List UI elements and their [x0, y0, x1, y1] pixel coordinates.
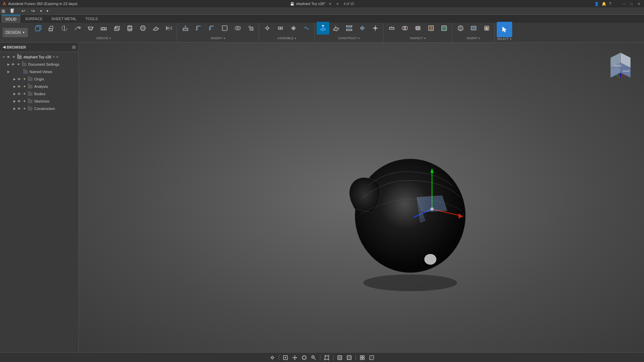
new-component-btn[interactable]	[32, 22, 45, 35]
construction-visibility[interactable]: 👁	[17, 106, 21, 111]
browser-root-item[interactable]: ▾ 👁 ☀ elephant Toy v26 ✎ ✕	[0, 53, 78, 61]
doc-settings-toggle[interactable]: ▶	[6, 62, 11, 67]
close-btn[interactable]: ✕	[637, 1, 641, 6]
browser-item-doc-settings[interactable]: ▶ 👁 ☀ Document Settings	[0, 61, 78, 68]
minimize-btn[interactable]: ─	[622, 1, 627, 6]
sketches-toggle[interactable]: ▶	[12, 99, 17, 104]
browser-item-origin[interactable]: ▶ 👁 ☀ Origin	[0, 75, 78, 83]
motion-link-btn[interactable]	[300, 22, 313, 35]
new-tab-btn[interactable]: +	[336, 1, 339, 6]
plane-at-angle-btn[interactable]	[330, 22, 342, 35]
menu-item-file[interactable]	[7, 7, 18, 15]
maximize-btn[interactable]: □	[629, 1, 634, 6]
origin-toggle[interactable]: ▶	[12, 77, 17, 81]
axis-btn[interactable]	[356, 22, 369, 35]
midplane-btn[interactable]	[343, 22, 356, 35]
create-group-label[interactable]: CREATE ▼	[96, 37, 111, 40]
section-analysis-btn[interactable]	[425, 22, 437, 35]
doc-settings-light[interactable]: ☀	[16, 62, 21, 67]
analysis-visibility[interactable]: 👁	[17, 84, 21, 89]
origin-visibility[interactable]: 👁	[17, 77, 21, 81]
account-icon[interactable]: 👤	[594, 2, 599, 6]
zoom-btn[interactable]	[310, 354, 317, 361]
close-file-btn[interactable]: ✕	[329, 2, 331, 6]
browser-item-named-views[interactable]: ▶ Named Views	[0, 68, 78, 75]
viewport[interactable]: FRONT RIGHT	[79, 43, 644, 352]
shell-btn[interactable]	[218, 22, 231, 35]
close-root-icon[interactable]: ✕	[56, 55, 59, 59]
scale-btn[interactable]	[245, 22, 257, 35]
cylinder-btn[interactable]	[123, 22, 136, 35]
insert-mesh-btn[interactable]	[454, 22, 467, 35]
analysis-toggle[interactable]: ▶	[12, 84, 17, 89]
grid-icon[interactable]: ⊞	[1, 8, 5, 14]
modify-group-label[interactable]: MODIFY ▼	[211, 37, 225, 40]
browser-item-construction[interactable]: ▶ 👁 ☀ Construction	[0, 105, 78, 112]
assemble-group-label[interactable]: ASSEMBLE ▼	[277, 37, 297, 40]
extrude-btn[interactable]	[45, 22, 58, 35]
draft-analysis-btn[interactable]	[438, 22, 450, 35]
tab-solid[interactable]: SOLID	[1, 15, 20, 23]
sketches-visibility[interactable]: 👁	[17, 99, 21, 104]
inspect-group-label[interactable]: INSPECT ▼	[410, 37, 426, 40]
root-toggle[interactable]: ▾	[1, 55, 6, 59]
root-visibility-icon[interactable]: 👁	[6, 55, 11, 59]
hole-btn[interactable]	[97, 22, 110, 35]
look-at-btn[interactable]	[282, 354, 289, 361]
joint-btn[interactable]	[261, 22, 274, 35]
menu-item-redo-arrow[interactable]: ▼	[45, 9, 50, 13]
menu-item-undo-arrow[interactable]: ▼	[38, 9, 44, 13]
select-btn[interactable]	[497, 22, 512, 37]
orbit-btn[interactable]	[301, 354, 308, 361]
analysis-light[interactable]: ☀	[22, 84, 27, 89]
sweep-btn[interactable]	[71, 22, 84, 35]
bodies-toggle[interactable]: ▶	[12, 92, 17, 96]
interference-btn[interactable]	[398, 22, 411, 35]
insert-canvas-btn[interactable]	[467, 22, 480, 35]
root-light-icon[interactable]: ☀	[11, 55, 16, 59]
origin-light[interactable]: ☀	[22, 77, 27, 81]
rigid-group-btn[interactable]	[274, 22, 287, 35]
named-views-toggle[interactable]: ▶	[6, 69, 11, 74]
environment-btn[interactable]	[368, 354, 375, 361]
sketches-light[interactable]: ☀	[22, 99, 27, 104]
fit-btn[interactable]	[323, 354, 330, 361]
help-icon[interactable]: ?	[609, 2, 611, 6]
measure-btn[interactable]	[385, 22, 398, 35]
browser-item-bodies[interactable]: ▶ 👁 ☀ Bodies	[0, 90, 78, 98]
joint-origin-btn[interactable]	[269, 354, 276, 361]
box-btn[interactable]	[110, 22, 123, 35]
mirror-btn[interactable]	[163, 22, 175, 35]
browser-item-analysis[interactable]: ▶ 👁 ☀ Analysis	[0, 83, 78, 90]
sphere-btn[interactable]	[137, 22, 149, 35]
select-group-label[interactable]: SELECT ▼	[497, 37, 512, 41]
shading-btn[interactable]	[345, 354, 353, 361]
insert-group-label[interactable]: INSERT ▼	[467, 37, 481, 40]
edit-root-icon[interactable]: ✎	[53, 55, 55, 59]
browser-collapse-icon[interactable]: ◀	[3, 45, 5, 49]
pan-btn[interactable]	[291, 354, 299, 361]
point-btn[interactable]	[369, 22, 382, 35]
combine-btn[interactable]	[231, 22, 244, 35]
chamfer-btn[interactable]	[205, 22, 218, 35]
construction-light[interactable]: ☀	[22, 106, 27, 111]
offset-plane-btn[interactable]	[317, 22, 329, 35]
grid-btn[interactable]	[359, 354, 366, 361]
design-dropdown[interactable]: DESIGN ▼	[3, 28, 28, 37]
plane-btn[interactable]	[150, 22, 162, 35]
loft-btn[interactable]	[84, 22, 97, 35]
construct-group-label[interactable]: CONSTRUCT ▼	[338, 37, 360, 40]
drive-joints-btn[interactable]	[287, 22, 300, 35]
revolve-btn[interactable]	[58, 22, 71, 35]
browser-item-sketches[interactable]: ▶ 👁 ☀ Sketches	[0, 98, 78, 105]
decal-btn[interactable]	[480, 22, 493, 35]
fillet-btn[interactable]	[192, 22, 205, 35]
press-pull-btn[interactable]	[179, 22, 192, 35]
menu-item-redo[interactable]: ↪	[29, 8, 38, 14]
notifications-icon[interactable]: 🔔	[602, 2, 606, 6]
doc-settings-visibility[interactable]: 👁	[11, 62, 15, 67]
wireframe-btn[interactable]	[336, 354, 343, 361]
view-cube[interactable]: FRONT RIGHT	[607, 49, 634, 76]
browser-options-btn[interactable]: ⊞	[72, 45, 76, 50]
bodies-visibility[interactable]: 👁	[17, 92, 21, 96]
